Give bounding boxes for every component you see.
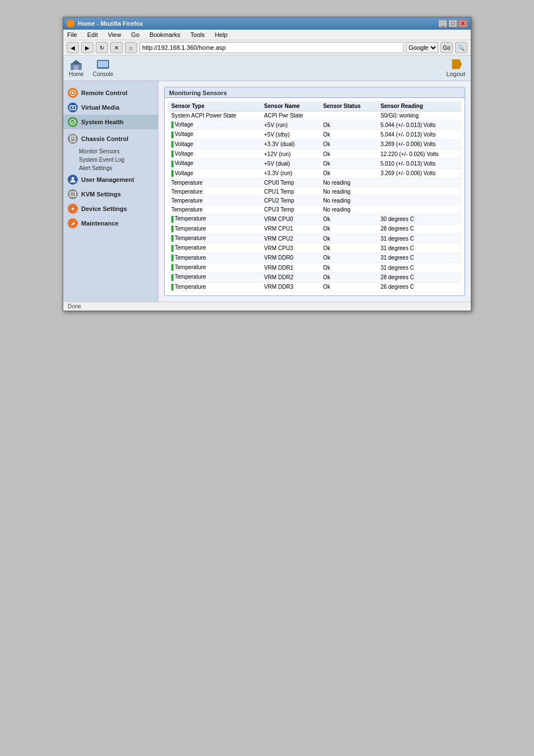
panel-content: Sensor Type Sensor Name Sensor Status Se… — [165, 98, 465, 295]
table-header-row: Sensor Type Sensor Name Sensor Status Se… — [168, 101, 461, 111]
sidebar-item-kvm-settings[interactable]: KVM Settings — [63, 187, 158, 201]
minimize-button[interactable]: _ — [438, 20, 447, 27]
cell-sensor-name: CPU3 Temp — [261, 205, 320, 214]
search-button[interactable]: 🔍 — [455, 42, 467, 53]
status-bar: Done — [63, 302, 471, 311]
chassis-control-label: Chassis Control — [81, 135, 128, 142]
col-sensor-type: Sensor Type — [168, 101, 261, 111]
sidebar-item-remote-control[interactable]: Remote Control — [63, 86, 158, 100]
home-button[interactable]: Home — [69, 59, 84, 77]
sidebar-item-virtual-media[interactable]: Virtual Media — [63, 100, 158, 115]
cell-sensor-reading — [377, 179, 461, 187]
cell-sensor-type: System ACPI Power State — [168, 111, 261, 120]
cell-sensor-type: Voltage — [168, 168, 261, 178]
go-button[interactable]: Go — [441, 42, 453, 53]
cell-sensor-status: Ok — [320, 139, 377, 149]
cell-sensor-type: Temperature — [168, 233, 261, 243]
svg-rect-5 — [101, 68, 105, 69]
cell-sensor-reading — [377, 187, 461, 196]
cell-sensor-reading: 12.220 (+/- 0.026) Volts — [377, 149, 461, 159]
cell-sensor-status: Ok — [320, 253, 377, 262]
system-health-icon — [68, 117, 78, 127]
cell-sensor-type: Temperature — [168, 262, 261, 272]
table-row: TemperatureVRM DDR0Ok31 degrees C — [168, 253, 461, 262]
cell-sensor-name: VRM DDR1 — [261, 262, 320, 272]
cell-sensor-name: +3.3V (dual) — [261, 139, 320, 149]
status-bar-indicator — [171, 151, 174, 157]
title-bar-left: Home - Mozilla Firefox — [67, 20, 143, 27]
cell-sensor-type: Temperature — [168, 214, 261, 224]
back-button[interactable]: ◀ — [67, 42, 79, 53]
address-input[interactable] — [139, 42, 404, 53]
table-row: System ACPI Power StateACPI Pwr StateS0/… — [168, 111, 461, 120]
cell-sensor-reading — [377, 196, 461, 205]
cell-sensor-status: Ok — [320, 120, 377, 130]
cell-sensor-name: +5V (stby) — [261, 130, 320, 139]
logout-button[interactable]: Logout — [446, 59, 465, 77]
user-management-label: User Management — [81, 176, 134, 183]
sidebar-item-maintenance[interactable]: Maintenance — [63, 216, 158, 231]
stop-button[interactable]: ✕ — [110, 42, 123, 53]
status-bar-indicator — [171, 284, 174, 290]
close-button[interactable]: X — [458, 20, 467, 27]
cell-sensor-type: Voltage — [168, 149, 261, 159]
col-sensor-status: Sensor Status — [320, 101, 377, 111]
cell-sensor-name: CPU0 Temp — [261, 179, 320, 187]
cell-sensor-status: Ok — [320, 273, 377, 282]
sidebar-item-chassis-control[interactable]: Chassis Control — [68, 132, 153, 146]
menu-tools[interactable]: Tools — [189, 31, 207, 39]
menu-go[interactable]: Go — [129, 31, 141, 39]
table-row: TemperatureCPU0 TempNo reading — [168, 179, 461, 187]
top-bar: Home Console Logout — [63, 55, 471, 81]
maintenance-icon — [68, 218, 78, 228]
status-bar-indicator — [171, 132, 174, 138]
sidebar-sub-system-event-log[interactable]: System Event Log — [63, 156, 158, 164]
cell-sensor-name: +12V (run) — [261, 149, 320, 159]
cell-sensor-type: Voltage — [168, 130, 261, 139]
window-title: Home - Mozilla Firefox — [78, 20, 143, 27]
status-bar-indicator — [171, 170, 174, 177]
menu-edit[interactable]: Edit — [86, 31, 100, 39]
table-row: TemperatureCPU2 TempNo reading — [168, 196, 461, 205]
user-management-icon — [68, 175, 78, 185]
table-row: Voltage+3.3V (run)Ok3.269 (+/- 0.006) Vo… — [168, 168, 461, 178]
status-bar-indicator — [171, 274, 174, 281]
menu-bookmarks[interactable]: Bookmarks — [148, 31, 182, 39]
menu-file[interactable]: File — [65, 31, 79, 39]
cell-sensor-type: Voltage — [168, 120, 261, 130]
reload-button[interactable]: ↻ — [96, 42, 108, 53]
menu-help[interactable]: Help — [213, 31, 229, 39]
cell-sensor-type: Temperature — [168, 224, 261, 233]
forward-button[interactable]: ▶ — [81, 42, 93, 53]
address-bar — [139, 42, 404, 53]
cell-sensor-reading: 31 degrees C — [377, 262, 461, 272]
cell-sensor-reading: 30 degrees C — [377, 214, 461, 224]
home-nav-button[interactable]: ⌂ — [125, 42, 137, 53]
cell-sensor-reading — [377, 205, 461, 214]
sidebar-item-device-settings[interactable]: Device Settings — [63, 201, 158, 216]
console-button[interactable]: Console — [93, 59, 114, 77]
cell-sensor-reading: 31 degrees C — [377, 233, 461, 243]
maximize-button[interactable]: □ — [448, 20, 457, 27]
table-row: Voltage+5V (dual)Ok5.010 (+/- 0.013) Vol… — [168, 159, 461, 168]
status-bar-indicator — [171, 255, 174, 261]
cell-sensor-name: CPU2 Temp — [261, 196, 320, 205]
kvm-settings-icon — [68, 189, 78, 199]
cell-sensor-name: VRM DDR0 — [261, 253, 320, 262]
console-label: Console — [93, 71, 114, 77]
sidebar-item-system-health[interactable]: System Health — [63, 115, 158, 129]
kvm-settings-label: KVM Settings — [81, 191, 121, 198]
sidebar-sub-alert-settings[interactable]: Alert Settings — [63, 164, 158, 172]
maintenance-label: Maintenance — [81, 220, 119, 227]
sidebar-item-user-management[interactable]: User Management — [63, 172, 158, 187]
cell-sensor-status: Ok — [320, 149, 377, 159]
cell-sensor-reading: 28 degrees C — [377, 273, 461, 282]
status-bar-indicator — [171, 141, 174, 148]
console-icon — [96, 59, 110, 70]
cell-sensor-reading: 31 degrees C — [377, 243, 461, 253]
search-engine-select[interactable]: Google — [406, 42, 438, 53]
sidebar-sub-monitor-sensors[interactable]: Monitor Sensors — [63, 147, 158, 156]
menu-view[interactable]: View — [106, 31, 123, 39]
home-label: Home — [69, 71, 84, 77]
table-row: Voltage+5V (stby)Ok5.044 (+/- 0.013) Vol… — [168, 130, 461, 139]
